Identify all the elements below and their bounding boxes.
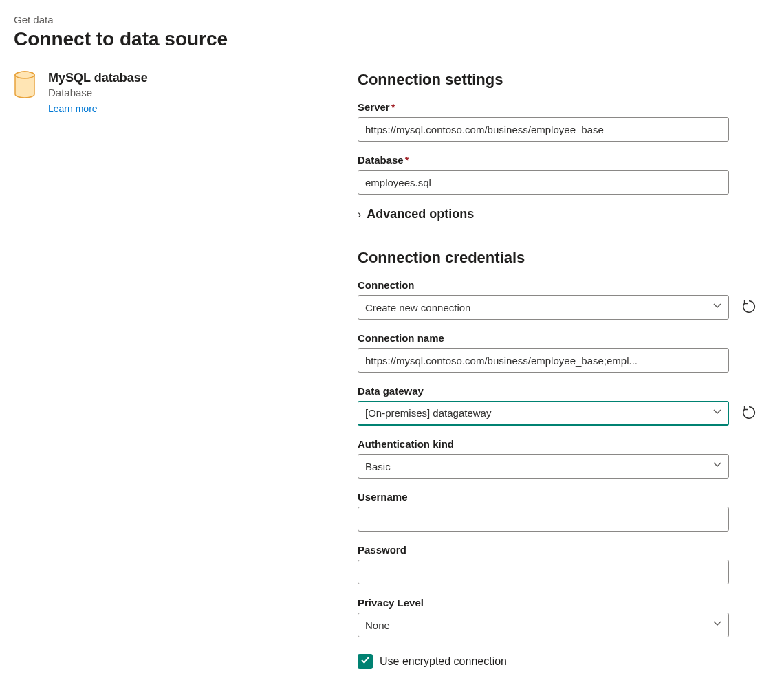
source-category: Database [48, 87, 148, 98]
breadcrumb: Get data [14, 14, 759, 25]
connection-refresh-button[interactable] [739, 296, 759, 319]
chevron-right-icon: › [358, 208, 361, 221]
connection-field: Connection Create new connection [358, 279, 759, 320]
server-label-text: Server [358, 101, 390, 113]
server-input[interactable] [358, 117, 729, 142]
database-icon [14, 71, 36, 101]
refresh-icon [741, 299, 756, 316]
username-label: Username [358, 491, 759, 503]
server-label: Server* [358, 101, 759, 113]
form-panel: Connection settings Server* Database* › … [342, 71, 759, 669]
database-field: Database* [358, 154, 759, 195]
connection-settings-heading: Connection settings [358, 71, 759, 89]
username-field: Username [358, 491, 759, 532]
data-gateway-select[interactable]: [On-premises] datagateway [358, 401, 729, 426]
password-label: Password [358, 544, 759, 556]
required-indicator: * [391, 101, 395, 113]
connection-name-input[interactable] [358, 348, 729, 373]
database-label-text: Database [358, 154, 404, 166]
encrypted-checkbox-label: Use encrypted connection [380, 655, 507, 668]
auth-kind-label: Authentication kind [358, 438, 759, 450]
source-name: MySQL database [48, 71, 148, 85]
username-input[interactable] [358, 507, 729, 532]
auth-kind-select[interactable]: Basic [358, 454, 729, 479]
advanced-options-label: Advanced options [367, 207, 474, 221]
data-gateway-label: Data gateway [358, 385, 759, 397]
encrypted-checkbox[interactable] [358, 654, 373, 669]
advanced-options-toggle[interactable]: › Advanced options [358, 207, 759, 221]
connection-select[interactable]: Create new connection [358, 295, 729, 320]
gateway-refresh-button[interactable] [739, 402, 759, 425]
connection-name-field: Connection name [358, 332, 759, 373]
main-container: MySQL database Database Learn more Conne… [14, 71, 759, 669]
database-label: Database* [358, 154, 759, 166]
source-info: MySQL database Database Learn more [48, 71, 148, 115]
data-gateway-field: Data gateway [On-premises] datagateway [358, 385, 759, 426]
page-title: Connect to data source [14, 28, 759, 50]
privacy-level-field: Privacy Level None [358, 597, 759, 637]
privacy-level-label: Privacy Level [358, 597, 759, 609]
database-input[interactable] [358, 170, 729, 195]
privacy-level-select[interactable]: None [358, 613, 729, 637]
checkmark-icon [360, 655, 370, 668]
password-field: Password [358, 544, 759, 584]
encrypted-checkbox-row: Use encrypted connection [358, 654, 759, 669]
refresh-icon [741, 405, 756, 422]
auth-kind-field: Authentication kind Basic [358, 438, 759, 479]
source-panel: MySQL database Database Learn more [14, 71, 342, 669]
password-input[interactable] [358, 560, 729, 584]
connection-credentials-heading: Connection credentials [358, 249, 759, 267]
connection-label: Connection [358, 279, 759, 291]
connection-name-label: Connection name [358, 332, 759, 344]
server-field: Server* [358, 101, 759, 142]
learn-more-link[interactable]: Learn more [48, 103, 98, 114]
required-indicator: * [405, 154, 409, 166]
